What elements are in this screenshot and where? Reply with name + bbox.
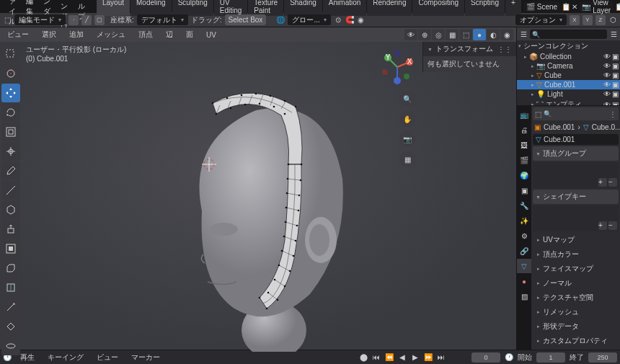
ws-tab-add[interactable]: + [505,0,521,16]
annotate-tool[interactable] [1,161,20,180]
viewport[interactable]: ビュー 選択 追加 メッシュ 頂点 辺 面 UV 👁 ⊕ ◎ ▦ ⬚ ● ◐ ◉ [0,27,516,350]
vgroups-list[interactable]: +− [533,162,619,188]
gizmo-toggle-icon[interactable]: ⊕ [418,29,431,40]
start-frame-field[interactable]: 1 [536,352,565,363]
options-dropdown[interactable]: オプション [515,14,567,25]
facemaps-section[interactable]: ▸フェイスマップ [533,262,619,276]
shapekeys-section[interactable]: ▼シェイプキー [533,190,619,204]
wireframe-icon[interactable]: ⬚ [459,29,472,40]
ws-tab-layout[interactable]: Layout [97,0,130,16]
n-panel-header[interactable]: ▼ トランスフォーム ⋮⋮ [423,42,516,56]
rendered-icon[interactable]: ◉ [500,29,513,40]
mirror-y[interactable]: Y [583,15,593,25]
ws-tab-sculpting[interactable]: Sculpting [172,0,213,16]
outliner-search[interactable] [530,30,607,39]
camera-view-icon[interactable]: 📷 [399,131,415,147]
vert-select-icon[interactable]: ⬝ [68,15,79,25]
ws-tab-animation[interactable]: Animation [323,0,366,16]
overlay-toggle-icon[interactable]: ◎ [432,29,445,40]
ptab-data[interactable]: ▽ [517,259,531,273]
extrude-tool[interactable] [1,220,20,239]
viewport-canvas[interactable] [0,42,516,350]
bevel-tool[interactable] [1,259,20,278]
pin-icon[interactable]: ⋮⋮ [497,45,512,53]
matprev-icon[interactable]: ◐ [487,29,500,40]
mirror-z[interactable]: Z [595,15,606,25]
shapekeys-list[interactable]: +− [533,205,619,231]
measure-tool[interactable] [1,181,20,200]
scene-del-icon[interactable]: ✕ [572,2,577,11]
ptab-output[interactable]: 🖨 [517,123,531,137]
global-dropdown[interactable]: グロー... [288,14,330,25]
ptab-render[interactable]: 📺 [517,107,531,122]
ptab-texture[interactable]: ▨ [517,289,531,303]
nav-gizmo[interactable]: X Y [379,49,415,85]
outliner-type-icon[interactable]: ☰ [519,30,528,38]
preview-range-icon[interactable]: 🕐 [505,353,513,362]
visibility-icon[interactable]: 👁 [404,29,417,40]
properties-search[interactable]: ⬚ ⋮ [533,107,619,120]
vp-menu-view[interactable]: ビュー [3,28,33,41]
remove-icon[interactable]: − [608,221,617,230]
vp-menu-face[interactable]: 面 [182,28,198,41]
orientation-icon[interactable]: 🌐 [276,16,285,24]
rotate-tool[interactable] [1,103,20,122]
vp-menu-uv[interactable]: UV [202,30,221,40]
addcube-tool[interactable] [1,200,20,219]
ws-tab-uvediting[interactable]: UV Editing [214,0,248,16]
ws-tab-texpaint[interactable]: Texture Paint [248,0,283,16]
options-icon[interactable]: ⋮ [609,110,616,118]
ptab-material[interactable]: ● [517,274,531,288]
knife-tool[interactable] [1,298,20,316]
outliner-row[interactable]: ▸▽Cube.001👁▣ [517,80,620,89]
vp-menu-vertex[interactable]: 頂点 [134,28,157,41]
selectbox-btn[interactable]: Select Box [225,14,267,25]
inset-tool[interactable] [1,239,20,258]
zoom-icon[interactable]: 🔍 [399,91,415,107]
vp-menu-edge[interactable]: 辺 [161,28,177,41]
loopcut-tool[interactable] [1,278,20,297]
viewlayer-selector[interactable]: 📷 View Layer [579,1,614,12]
add-icon[interactable]: + [598,221,607,230]
keyframe-next-icon[interactable]: ⏩ [424,353,433,362]
mirror-x[interactable]: X [570,15,580,25]
orientation-dropdown[interactable]: デフォルト [137,14,188,25]
remesh-section[interactable]: ▸リメッシュ [533,305,619,319]
play-rev-icon[interactable]: ◀ [398,353,407,362]
current-frame-field[interactable]: 0 [471,352,500,363]
pivot-icon[interactable]: ⊙ [334,16,342,25]
scene-new-icon[interactable]: 📋 [562,2,570,11]
jump-end-icon[interactable]: ⏭ [437,353,446,362]
vp-menu-mesh[interactable]: メッシュ [92,28,130,41]
cursor-tool[interactable] [1,64,20,83]
polybuild-tool[interactable] [1,317,20,336]
vp-menu-select[interactable]: 選択 [37,28,61,41]
vcolors-section[interactable]: ▸頂点カラー [533,247,619,262]
select-tool[interactable] [1,45,20,63]
solid-shading-icon[interactable]: ● [473,29,486,40]
move-tool[interactable] [1,84,20,102]
outliner-row[interactable]: ▸💡Light👁▣ [517,89,620,99]
face-select-icon[interactable]: ▢ [94,15,105,25]
prop-search-input[interactable] [544,110,607,117]
ws-tab-compositing[interactable]: Compositing [412,0,464,16]
geodata-section[interactable]: ▸形状データ [533,319,619,334]
ptab-physics[interactable]: ⚙ [517,228,531,243]
xray-icon[interactable]: ▦ [446,29,459,40]
texspace-section[interactable]: ▸テクスチャ空間 [533,290,619,305]
ptab-object[interactable]: ▣ [517,183,531,197]
ptab-modifier[interactable]: 🔧 [517,198,531,213]
custom-section[interactable]: ▸カスタムプロパティ [533,334,619,348]
play-icon[interactable]: ▶ [411,353,420,362]
ptab-scene[interactable]: 🎬 [517,153,531,167]
autokey-icon[interactable]: ⬤ [359,353,368,362]
mesh-name-field[interactable]: ▽ Cube.001 [533,134,619,145]
vertex-groups-section[interactable]: ▼頂点グループ [533,146,619,161]
end-frame-field[interactable]: 250 [588,352,617,363]
uvmaps-section[interactable]: ▸UVマップ [533,233,619,247]
viewlayer-new-icon[interactable]: 📋 [615,2,620,11]
proportional-icon[interactable]: ◉ [357,16,366,25]
editor-type-icon[interactable]: ⬚ [3,16,12,25]
crumb-mesh[interactable]: Cube.0... [592,123,620,131]
pan-icon[interactable]: ✋ [399,111,415,127]
